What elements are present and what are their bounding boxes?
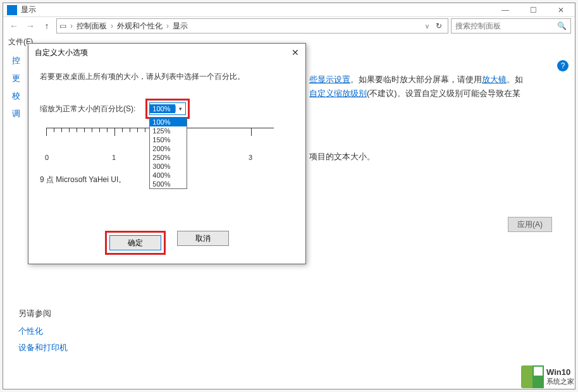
- watermark: Win10 系统之家: [521, 365, 574, 388]
- address-bar[interactable]: ▭ › 控制面板 › 外观和个性化 › 显示 v ↻: [56, 18, 448, 34]
- window-buttons: — ☐ ✕: [491, 3, 575, 17]
- scale-row: 缩放为正常大小的百分比(S): 100% ▾ 100% 125% 150% 20…: [40, 99, 294, 119]
- cancel-button[interactable]: 取消: [177, 231, 229, 246]
- search-placeholder: 搜索控制面板: [455, 21, 501, 32]
- scale-value: 100%: [150, 104, 175, 113]
- link-display-settings[interactable]: 些显示设置: [309, 75, 350, 84]
- close-button[interactable]: ✕: [547, 3, 575, 17]
- link-personalization[interactable]: 个性化: [18, 326, 68, 337]
- scale-label: 缩放为正常大小的百分比(S):: [40, 104, 135, 114]
- main-text: 些显示设置。如果要临时放大部分屏幕，请使用放大镜。如 自定义缩放级别(不建议)。…: [309, 73, 560, 164]
- watermark-sub: 系统之家: [546, 377, 574, 386]
- text: 项目的文本大小。: [309, 152, 375, 161]
- scale-option[interactable]: 200%: [150, 144, 187, 153]
- folder-icon: ▭: [59, 21, 66, 30]
- back-button[interactable]: ←: [7, 19, 21, 33]
- crumb-appearance[interactable]: 外观和个性化: [117, 21, 163, 32]
- ok-button[interactable]: 确定: [109, 235, 161, 250]
- link-devices-printers[interactable]: 设备和打印机: [18, 342, 68, 353]
- forward-button[interactable]: →: [23, 19, 37, 33]
- ok-highlight: 确定: [105, 231, 166, 255]
- text: 。如: [507, 75, 523, 84]
- dialog-body: 若要更改桌面上所有项的大小，请从列表中选择一个百分比。 缩放为正常大小的百分比(…: [28, 61, 305, 192]
- crumb-display[interactable]: 显示: [173, 21, 188, 32]
- link-magnifier[interactable]: 放大镜: [482, 75, 507, 84]
- scale-option[interactable]: 125%: [150, 126, 187, 135]
- dialog-title: 自定义大小选项: [35, 47, 88, 58]
- refresh-button[interactable]: ↻: [433, 21, 445, 30]
- dialog-titlebar: 自定义大小选项 ✕: [28, 44, 305, 61]
- ruler-mark: 3: [249, 154, 252, 161]
- scale-dropdown: 100% 125% 150% 200% 250% 300% 400% 500%: [149, 117, 187, 189]
- apply-button[interactable]: 应用(A): [508, 217, 552, 232]
- window-title: 显示: [21, 4, 491, 15]
- address-dropdown-icon[interactable]: v: [426, 23, 429, 30]
- scale-combo-highlight: 100% ▾ 100% 125% 150% 200% 250% 300% 400…: [145, 99, 190, 119]
- scale-option[interactable]: 500%: [150, 180, 187, 188]
- crumb-sep: ›: [70, 21, 73, 30]
- search-box[interactable]: 搜索控制面板 🔍: [451, 18, 571, 34]
- scale-option[interactable]: 150%: [150, 135, 187, 144]
- text: 。如果要临时放大部分屏幕，请使用: [350, 75, 482, 84]
- dialog-intro: 若要更改桌面上所有项的大小，请从列表中选择一个百分比。: [40, 71, 294, 82]
- search-icon[interactable]: 🔍: [557, 21, 567, 30]
- scale-option[interactable]: 250%: [150, 153, 187, 162]
- text: (不建议)。设置自定义级别可能会导致在某: [367, 89, 520, 98]
- win10-logo-icon: [521, 365, 544, 388]
- titlebar: 显示 — ☐ ✕: [3, 3, 575, 17]
- footer: 另请参阅 个性化 设备和打印机: [18, 308, 68, 358]
- footer-header: 另请参阅: [18, 308, 68, 319]
- link-custom-scaling[interactable]: 自定义缩放级别: [309, 89, 367, 98]
- crumb-control-panel[interactable]: 控制面板: [77, 21, 107, 32]
- scale-option[interactable]: 100%: [150, 118, 187, 126]
- watermark-brand: Win10: [546, 367, 574, 377]
- ruler-mark: 1: [112, 154, 116, 161]
- chevron-down-icon[interactable]: ▾: [175, 106, 185, 112]
- navbar: ← → ↑ ▭ › 控制面板 › 外观和个性化 › 显示 v ↻ 搜索控制面板 …: [3, 17, 575, 35]
- custom-size-dialog: 自定义大小选项 ✕ 若要更改桌面上所有项的大小，请从列表中选择一个百分比。 缩放…: [28, 43, 306, 264]
- dialog-buttons: 确定 取消: [28, 231, 305, 255]
- ruler-mark: 0: [45, 154, 49, 161]
- up-button[interactable]: ↑: [40, 19, 54, 33]
- crumb-sep: ›: [111, 21, 113, 30]
- display-icon: [7, 5, 17, 15]
- scale-option[interactable]: 300%: [150, 162, 187, 171]
- minimize-button[interactable]: —: [491, 3, 519, 17]
- dialog-close-button[interactable]: ✕: [292, 47, 299, 58]
- maximize-button[interactable]: ☐: [519, 3, 547, 17]
- scale-option[interactable]: 400%: [150, 171, 187, 180]
- scale-combobox[interactable]: 100% ▾: [149, 102, 186, 115]
- crumb-sep: ›: [166, 21, 169, 30]
